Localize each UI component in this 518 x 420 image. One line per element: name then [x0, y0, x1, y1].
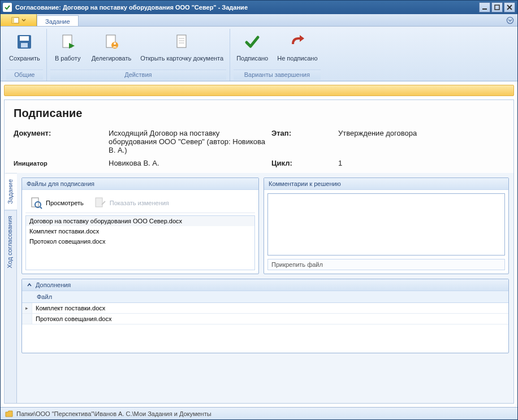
initiator-value: Новикова В. А. — [109, 159, 267, 167]
redo-arrow-icon — [288, 33, 307, 51]
statusbar: Папки\ООО "Перспектива"\Иванов А. С.\Мои… — [1, 407, 517, 419]
additions-row[interactable]: ▸ Комплект поставки.docx — [22, 303, 508, 314]
check-icon — [243, 33, 261, 51]
comments-panel: Комментарии к решению Прикрепить файл — [264, 177, 509, 274]
app-window: Согласование: Договор на поставку оборуд… — [0, 0, 518, 420]
vtab-history[interactable]: Ход согласования — [5, 210, 16, 274]
additions-panel: Дополнения Файл ▸ Комплект поставки.docx… — [21, 279, 509, 353]
not-signed-button[interactable]: Не подписано — [274, 31, 320, 67]
titlebar: Согласование: Договор на поставку оборуд… — [1, 1, 517, 14]
document-label: Документ: — [14, 129, 104, 154]
svg-rect-5 — [12, 18, 14, 23]
ribbon-collapse-icon[interactable] — [506, 16, 514, 24]
additions-row[interactable]: Протокол совещания.docx — [22, 314, 508, 324]
app-icon — [3, 3, 12, 12]
svg-rect-1 — [495, 5, 499, 10]
ribbon-group-common: Сохранить Общие — [3, 29, 47, 81]
file-item[interactable]: Договор на поставку оборудования ООО Сев… — [26, 216, 254, 226]
attach-file-button[interactable]: Прикрепить файл — [267, 259, 505, 270]
delegate-button[interactable]: Делегировать — [89, 31, 135, 67]
ribbon: Сохранить Общие В работу Делегировать От… — [1, 27, 517, 81]
start-work-button[interactable]: В работу — [50, 31, 85, 67]
minimize-button[interactable] — [479, 2, 490, 12]
svg-rect-9 — [21, 43, 28, 47]
diff-icon — [94, 197, 106, 209]
ribbon-group-finish: Подписано Не подписано Варианты завершен… — [230, 29, 323, 81]
signed-button[interactable]: Подписано — [234, 31, 271, 67]
page-heading: Подписание — [14, 107, 504, 120]
open-card-button[interactable]: Открыть карточку документа — [137, 31, 226, 67]
row-indicator-icon: ▸ — [22, 303, 32, 313]
additions-col-file: Файл — [37, 293, 504, 300]
delegate-icon — [102, 33, 120, 51]
quick-access-bar: Задание — [1, 14, 517, 27]
view-file-button[interactable]: Просмотреть — [28, 196, 86, 210]
notice-bar — [4, 85, 514, 96]
svg-point-14 — [114, 42, 116, 45]
additions-title: Дополнения — [36, 282, 71, 288]
vtab-task[interactable]: Задание — [5, 173, 17, 210]
svg-rect-23 — [96, 198, 102, 207]
files-panel: Файлы для подписания Просмотреть Показат… — [21, 177, 259, 274]
svg-line-22 — [40, 207, 42, 209]
cycle-value: 1 — [338, 159, 504, 167]
folder-icon — [5, 410, 13, 418]
svg-marker-19 — [300, 35, 304, 42]
document-play-icon — [59, 33, 77, 51]
file-item[interactable]: Протокол совещания.docx — [26, 236, 254, 246]
window-title: Согласование: Договор на поставку оборуд… — [15, 4, 479, 11]
svg-rect-8 — [20, 36, 29, 41]
save-button[interactable]: Сохранить — [6, 31, 43, 67]
floppy-icon — [15, 33, 33, 51]
files-panel-title: Файлы для подписания — [22, 178, 258, 190]
chevron-up-icon[interactable] — [27, 282, 32, 288]
document-value: Исходящий Договор на поставку оборудован… — [109, 129, 267, 154]
quick-menu-button[interactable] — [1, 14, 37, 26]
show-changes-button: Показать изменения — [92, 196, 171, 210]
stage-label: Этап: — [271, 129, 334, 154]
file-list: Договор на поставку оборудования ООО Сев… — [25, 215, 255, 270]
close-button[interactable] — [504, 2, 515, 12]
svg-rect-15 — [177, 35, 186, 47]
initiator-label: Инициатор — [14, 159, 104, 167]
tab-task[interactable]: Задание — [37, 15, 79, 26]
comments-panel-title: Комментарии к решению — [264, 178, 508, 190]
cycle-label: Цикл: — [271, 159, 334, 167]
stage-value: Утверждение договора — [338, 129, 504, 154]
statusbar-path: Папки\ООО "Перспектива"\Иванов А. С.\Мои… — [16, 410, 211, 417]
open-document-icon — [173, 33, 191, 51]
task-body: Файлы для подписания Просмотреть Показат… — [17, 173, 513, 403]
file-item[interactable]: Комплект поставки.docx — [26, 226, 254, 236]
ribbon-group-actions: В работу Делегировать Открыть карточку д… — [47, 29, 230, 81]
comments-textarea[interactable] — [267, 193, 505, 256]
info-panel: Подписание Документ: Исходящий Договор н… — [5, 100, 513, 168]
main-area: Подписание Документ: Исходящий Договор н… — [4, 99, 514, 404]
vertical-tab-container: Задание Ход согласования Файлы для подпи… — [5, 173, 513, 403]
svg-point-6 — [507, 17, 513, 23]
magnifier-icon — [30, 197, 42, 209]
maximize-button[interactable] — [491, 2, 503, 12]
